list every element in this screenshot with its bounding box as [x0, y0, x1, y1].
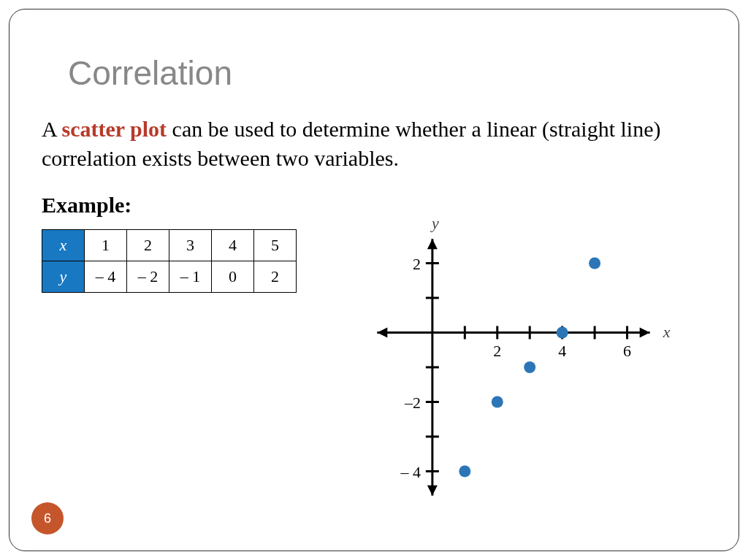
svg-marker-4 [427, 239, 438, 249]
svg-text:y: y [430, 214, 439, 232]
slide-title: Correlation [68, 53, 739, 93]
table-cell: 3 [169, 230, 212, 261]
table-cell: – 1 [169, 261, 212, 293]
svg-point-29 [557, 327, 568, 339]
body-text-prefix: A [42, 117, 62, 141]
data-table: x 1 2 3 4 5 y – 4 – 2 – 1 0 2 [42, 229, 297, 293]
svg-text:2: 2 [413, 255, 421, 273]
svg-text:– 4: – 4 [400, 463, 421, 481]
plot-svg: 246– 4–22xy [338, 214, 689, 521]
svg-point-28 [524, 361, 535, 373]
table-header-x: x [42, 230, 85, 261]
body-term: scatter plot [62, 117, 167, 141]
table-cell: 2 [127, 230, 169, 261]
slide-frame: Correlation A scatter plot can be used t… [9, 9, 739, 551]
scatter-plot: 246– 4–22xy [338, 214, 689, 523]
table-header-y: y [42, 261, 85, 293]
svg-marker-1 [640, 328, 650, 338]
table-cell: 4 [212, 230, 254, 261]
svg-point-30 [589, 258, 600, 269]
table-row: x 1 2 3 4 5 [42, 230, 297, 261]
data-table-wrap: x 1 2 3 4 5 y – 4 – 2 – 1 0 2 [42, 229, 297, 293]
svg-marker-2 [377, 328, 387, 338]
table-cell: 1 [85, 230, 127, 261]
table-cell: 0 [212, 261, 254, 293]
page-number-badge: 6 [31, 502, 64, 534]
svg-text:–2: –2 [404, 394, 421, 412]
table-cell: 5 [254, 230, 297, 261]
svg-text:4: 4 [558, 342, 566, 360]
svg-text:2: 2 [493, 342, 501, 360]
svg-marker-5 [427, 486, 438, 496]
table-cell: 2 [254, 261, 297, 293]
body-paragraph: A scatter plot can be used to determine … [42, 115, 709, 172]
svg-text:x: x [663, 323, 671, 341]
table-cell: – 4 [85, 261, 127, 293]
table-cell: – 2 [127, 261, 169, 293]
svg-text:6: 6 [623, 342, 631, 360]
svg-point-26 [459, 466, 470, 477]
table-row: y – 4 – 2 – 1 0 2 [42, 261, 297, 293]
svg-point-27 [492, 396, 503, 408]
